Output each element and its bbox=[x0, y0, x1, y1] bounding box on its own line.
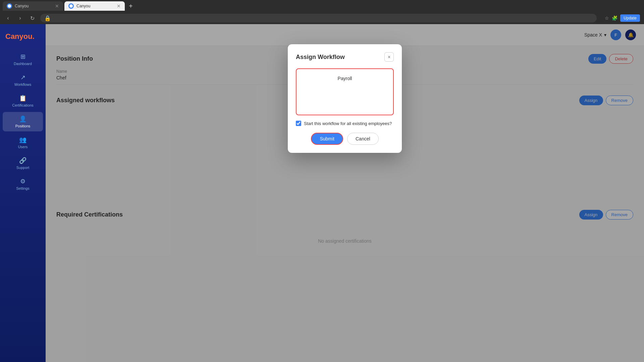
modal-overlay: Assign Workflow × Payroll Start this wor… bbox=[46, 24, 644, 362]
sidebar-item-users[interactable]: 👥 Users bbox=[3, 133, 43, 152]
back-button[interactable]: ‹ bbox=[4, 14, 12, 22]
extensions-icon[interactable]: 🧩 bbox=[612, 15, 618, 21]
sidebar-item-support[interactable]: 🔗 Support bbox=[3, 154, 43, 173]
sidebar-item-settings-label: Settings bbox=[16, 186, 30, 190]
modal-header: Assign Workflow × bbox=[296, 52, 394, 62]
sidebar-item-certifications-label: Certifications bbox=[12, 103, 34, 107]
browser-chrome: Canyou ✕ Canyou ✕ + ‹ › ↻ 🔒 ☆ 🧩 bbox=[0, 0, 644, 24]
start-workflow-label: Start this workflow for all existing emp… bbox=[304, 121, 392, 126]
main-content: Space X ▾ F 🔔 Position Info Edit Delete … bbox=[46, 24, 644, 362]
update-button[interactable]: Update bbox=[620, 14, 640, 22]
url-bar[interactable]: 🔒 bbox=[40, 14, 597, 22]
assign-workflow-modal: Assign Workflow × Payroll Start this wor… bbox=[288, 44, 402, 153]
submit-button[interactable]: Submit bbox=[311, 133, 343, 145]
sidebar: Canyou. ⊞ Dashboard ↗ Workflows 📋 Certif… bbox=[0, 24, 46, 362]
certifications-icon: 📋 bbox=[19, 95, 26, 102]
cancel-button[interactable]: Cancel bbox=[347, 133, 379, 145]
start-workflow-checkbox-row: Start this workflow for all existing emp… bbox=[296, 121, 394, 126]
sidebar-item-dashboard[interactable]: ⊞ Dashboard bbox=[3, 50, 43, 69]
svg-point-1 bbox=[69, 4, 73, 8]
tab-1-icon bbox=[7, 3, 12, 9]
users-icon: 👥 bbox=[19, 136, 26, 143]
sidebar-item-dashboard-label: Dashboard bbox=[14, 62, 32, 66]
support-icon: 🔗 bbox=[19, 157, 26, 164]
tab-2-label: Canyou bbox=[76, 4, 90, 8]
sidebar-item-workflows[interactable]: ↗ Workflows bbox=[3, 70, 43, 90]
lock-icon: 🔒 bbox=[44, 15, 51, 21]
svg-point-0 bbox=[8, 4, 11, 8]
sidebar-item-support-label: Support bbox=[16, 166, 30, 170]
sidebar-item-positions[interactable]: 👤 Positions bbox=[3, 112, 43, 131]
tab-2-close[interactable]: ✕ bbox=[117, 3, 121, 9]
browser-tab-2[interactable]: Canyou ✕ bbox=[64, 1, 125, 11]
app-container: Canyou. ⊞ Dashboard ↗ Workflows 📋 Certif… bbox=[0, 24, 644, 362]
app-logo: Canyou. bbox=[0, 29, 46, 49]
sidebar-item-workflows-label: Workflows bbox=[14, 82, 32, 86]
tab-1-label: Canyou bbox=[15, 4, 29, 8]
modal-title: Assign Workflow bbox=[296, 54, 345, 61]
sidebar-item-settings[interactable]: ⚙ Settings bbox=[3, 174, 43, 194]
tab-1-close[interactable]: ✕ bbox=[55, 3, 59, 9]
tab-2-icon bbox=[68, 3, 74, 9]
workflow-list[interactable]: Payroll bbox=[296, 68, 394, 115]
forward-button[interactable]: › bbox=[16, 14, 24, 22]
positions-icon: 👤 bbox=[19, 115, 26, 123]
star-icon[interactable]: ☆ bbox=[605, 15, 609, 21]
dashboard-icon: ⊞ bbox=[20, 53, 25, 60]
workflows-icon: ↗ bbox=[20, 74, 25, 81]
modal-actions: Submit Cancel bbox=[296, 133, 394, 145]
sidebar-item-positions-label: Positions bbox=[15, 124, 31, 128]
start-workflow-checkbox[interactable] bbox=[296, 121, 301, 126]
settings-icon: ⚙ bbox=[20, 178, 25, 185]
sidebar-item-certifications[interactable]: 📋 Certifications bbox=[3, 91, 43, 111]
browser-tab-1[interactable]: Canyou ✕ bbox=[3, 1, 63, 11]
new-tab-button[interactable]: + bbox=[126, 2, 136, 10]
reload-button[interactable]: ↻ bbox=[28, 14, 36, 22]
workflow-option-payroll[interactable]: Payroll bbox=[301, 73, 389, 84]
sidebar-item-users-label: Users bbox=[18, 145, 28, 149]
modal-close-button[interactable]: × bbox=[384, 52, 394, 62]
